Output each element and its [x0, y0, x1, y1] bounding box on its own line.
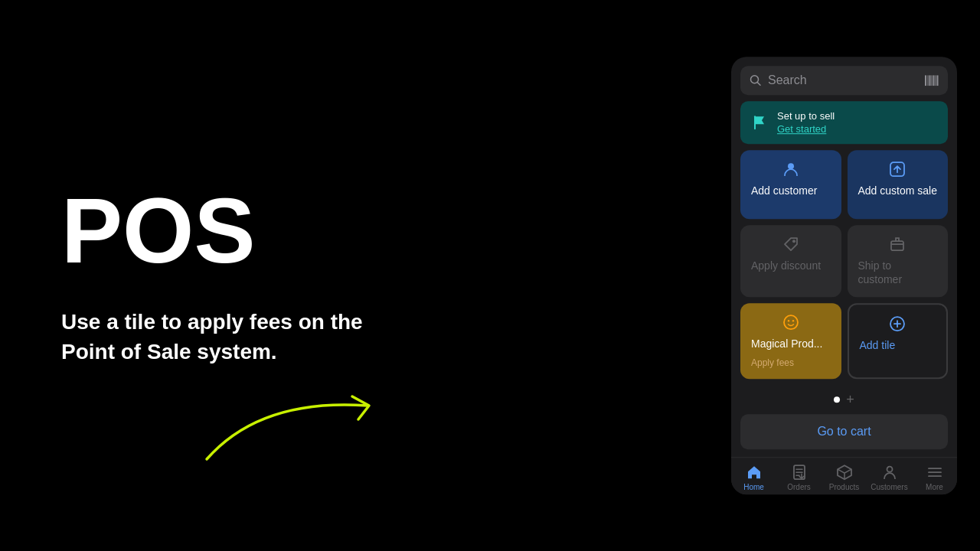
nav-orders[interactable]: Orders	[776, 464, 822, 491]
svg-rect-7	[936, 75, 936, 86]
svg-rect-6	[933, 75, 935, 86]
svg-rect-8	[937, 75, 939, 86]
home-icon	[746, 464, 763, 481]
home-nav-label: Home	[743, 483, 764, 491]
box-icon	[858, 236, 938, 253]
tile-apply-discount[interactable]: Apply discount	[740, 225, 841, 297]
banner-title: Set up to sell	[777, 110, 835, 122]
svg-point-13	[784, 316, 798, 330]
svg-rect-3	[928, 75, 929, 86]
add-custom-sale-label: Add custom sale	[858, 184, 938, 197]
more-nav-label: More	[926, 483, 943, 491]
svg-rect-2	[925, 75, 926, 86]
flag-icon	[751, 113, 769, 132]
plus-icon	[860, 316, 936, 333]
svg-point-18	[887, 466, 892, 471]
tag-icon	[751, 236, 831, 253]
svg-point-14	[788, 320, 789, 321]
tile-add-customer[interactable]: Add customer	[740, 150, 841, 219]
person-icon	[751, 161, 831, 178]
svg-point-15	[792, 320, 794, 321]
tile-add-tile[interactable]: Add tile	[848, 304, 949, 379]
customers-icon	[881, 464, 898, 481]
arrow-up-square-icon	[858, 161, 938, 178]
search-icon	[750, 74, 762, 86]
svg-point-9	[788, 163, 794, 169]
tile-add-custom-sale[interactable]: Add custom sale	[848, 150, 949, 219]
magical-product-label: Magical Prod...	[751, 337, 831, 351]
svg-point-11	[792, 240, 795, 243]
add-tile-label: Add tile	[860, 339, 936, 353]
go-to-cart-button[interactable]: Go to cart	[740, 414, 948, 449]
orders-icon	[791, 464, 808, 481]
search-bar[interactable]: Search	[740, 66, 948, 95]
svg-rect-5	[932, 75, 933, 86]
nav-more[interactable]: More	[912, 464, 957, 491]
cart-label: Go to cart	[817, 425, 871, 438]
nav-home[interactable]: Home	[731, 464, 776, 491]
apply-discount-label: Apply discount	[751, 259, 831, 272]
pos-device: Search Set up to sell Get started	[731, 57, 957, 494]
more-icon	[926, 464, 943, 481]
search-input-label: Search	[768, 73, 919, 87]
ship-to-customer-label: Ship to customer	[858, 259, 938, 286]
nav-products[interactable]: Products	[822, 464, 867, 491]
products-nav-label: Products	[829, 483, 859, 491]
pos-subtitle: Use a tile to apply fees on the Point of…	[61, 307, 398, 367]
left-panel: POS Use a tile to apply fees on the Poin…	[0, 0, 620, 551]
add-customer-label: Add customer	[751, 184, 831, 197]
barcode-icon	[925, 75, 939, 86]
apply-fees-label: Apply fees	[751, 357, 831, 368]
bottom-nav: Home Orders Products	[731, 457, 957, 494]
setup-banner[interactable]: Set up to sell Get started	[740, 101, 948, 144]
pos-title: POS	[61, 184, 559, 276]
tiles-grid: Add customer Add custom sale Apply disco…	[731, 150, 957, 379]
products-icon	[836, 464, 853, 481]
customers-nav-label: Customers	[871, 483, 907, 491]
svg-rect-12	[891, 241, 903, 250]
nav-customers[interactable]: Customers	[867, 464, 912, 491]
dot-1	[834, 396, 840, 403]
tile-ship-to-customer[interactable]: Ship to customer	[848, 225, 949, 297]
get-started-link[interactable]: Get started	[777, 123, 835, 135]
banner-content: Set up to sell Get started	[777, 110, 835, 135]
orders-nav-label: Orders	[787, 483, 811, 491]
arrow-illustration	[199, 383, 398, 474]
dot-add[interactable]: +	[846, 393, 854, 406]
svg-line-1	[758, 83, 761, 86]
tile-magical-product[interactable]: Magical Prod... Apply fees	[740, 304, 841, 379]
emoji-icon	[751, 315, 831, 331]
svg-rect-4	[929, 75, 931, 86]
page-dots: +	[731, 385, 957, 414]
